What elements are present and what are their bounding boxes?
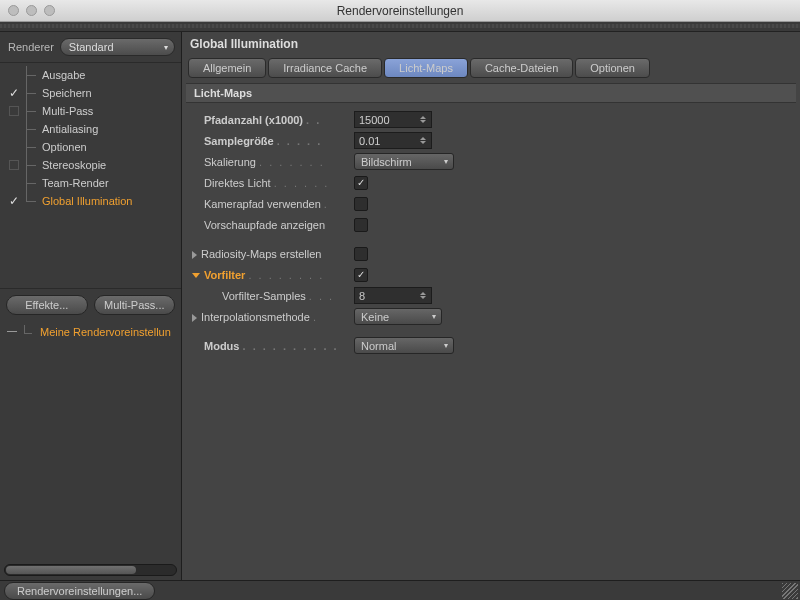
tree-item-ausgabe[interactable]: Ausgabe <box>0 66 181 84</box>
sample-size-label: Samplegröße . . . . . <box>204 135 354 147</box>
interp-select[interactable]: Keine▾ <box>354 308 442 325</box>
section-header: Licht-Maps <box>186 83 796 103</box>
effects-button[interactable]: Effekte... <box>6 295 88 315</box>
resize-handle-icon[interactable] <box>782 583 798 599</box>
footer: Rendervoreinstellungen... <box>0 580 800 600</box>
camera-path-label: Kamerapfad verwenden . <box>204 198 354 210</box>
prefilter-samples-label: Vorfilter-Samples . . . <box>204 290 354 302</box>
tree-item-antialiasing[interactable]: Antialiasing <box>0 120 181 138</box>
tabs: Allgemein Irradiance Cache Licht-Maps Ca… <box>182 55 800 81</box>
renderer-row: Renderer Standard ▾ <box>0 32 181 63</box>
chevron-down-icon: ▾ <box>444 341 448 350</box>
expand-icon[interactable] <box>6 326 18 338</box>
tree-item-teamrender[interactable]: Team-Render <box>0 174 181 192</box>
form: Pfadanzahl (x1000) . . 15000 Samplegröße… <box>182 105 800 356</box>
renderer-dropdown[interactable]: Standard ▾ <box>60 38 175 56</box>
tab-irradiance[interactable]: Irradiance Cache <box>268 58 382 78</box>
scaling-select[interactable]: Bildschirm▾ <box>354 153 454 170</box>
tree-item-gi[interactable]: ✓Global Illumination <box>0 192 181 210</box>
multipass-button[interactable]: Multi-Pass... <box>94 295 176 315</box>
preset-row[interactable]: Meine Rendervoreinstellun <box>0 321 181 343</box>
sidebar-buttons: Effekte... Multi-Pass... <box>0 288 181 321</box>
chevron-down-icon: ▾ <box>432 312 436 321</box>
tree-item-optionen[interactable]: Optionen <box>0 138 181 156</box>
radiosity-checkbox[interactable] <box>354 247 368 261</box>
tab-allgemein[interactable]: Allgemein <box>188 58 266 78</box>
tree-item-speichern[interactable]: ✓Speichern <box>0 84 181 102</box>
camera-path-checkbox[interactable] <box>354 197 368 211</box>
direct-light-label: Direktes Licht . . . . . . <box>204 177 354 189</box>
tab-lichtmaps[interactable]: Licht-Maps <box>384 58 468 78</box>
prefilter-label: Vorfilter . . . . . . . . <box>192 269 354 281</box>
render-settings-button[interactable]: Rendervoreinstellungen... <box>4 582 155 600</box>
tab-cache[interactable]: Cache-Dateien <box>470 58 573 78</box>
toolbar-grip <box>0 22 800 32</box>
tree-item-stereoskopie[interactable]: Stereoskopie <box>0 156 181 174</box>
mode-select[interactable]: Normal▾ <box>354 337 454 354</box>
renderer-label: Renderer <box>8 41 54 53</box>
tab-optionen[interactable]: Optionen <box>575 58 650 78</box>
prefilter-checkbox[interactable] <box>354 268 368 282</box>
scrollbar-thumb[interactable] <box>6 566 136 574</box>
chevron-down-icon: ▾ <box>444 157 448 166</box>
interp-label: Interpolationsmethode . <box>192 311 354 323</box>
radiosity-label: Radiosity-Maps erstellen <box>192 248 354 260</box>
prefilter-samples-input[interactable]: 8 <box>354 287 432 304</box>
panel-title: Global Illumination <box>182 32 800 55</box>
renderer-value: Standard <box>69 41 114 53</box>
tree-item-multipass[interactable]: Multi-Pass <box>0 102 181 120</box>
sample-size-input[interactable]: 0.01 <box>354 132 432 149</box>
titlebar: Rendervoreinstellungen <box>0 0 800 22</box>
mode-label: Modus . . . . . . . . . . <box>204 340 354 352</box>
preview-paths-checkbox[interactable] <box>354 218 368 232</box>
preset-label: Meine Rendervoreinstellun <box>40 326 171 338</box>
path-count-input[interactable]: 15000 <box>354 111 432 128</box>
sidebar: Renderer Standard ▾ Ausgabe ✓Speichern M… <box>0 32 182 580</box>
content-panel: Global Illumination Allgemein Irradiance… <box>182 32 800 580</box>
sidebar-scrollbar[interactable] <box>4 564 177 576</box>
preview-paths-label: Vorschaupfade anzeigen <box>204 219 354 231</box>
scaling-label: Skalierung . . . . . . . <box>204 156 354 168</box>
chevron-down-icon: ▾ <box>164 43 168 52</box>
window-title: Rendervoreinstellungen <box>0 4 800 18</box>
settings-tree: Ausgabe ✓Speichern Multi-Pass Antialiasi… <box>0 63 181 288</box>
direct-light-checkbox[interactable] <box>354 176 368 190</box>
path-count-label: Pfadanzahl (x1000) . . <box>204 114 354 126</box>
